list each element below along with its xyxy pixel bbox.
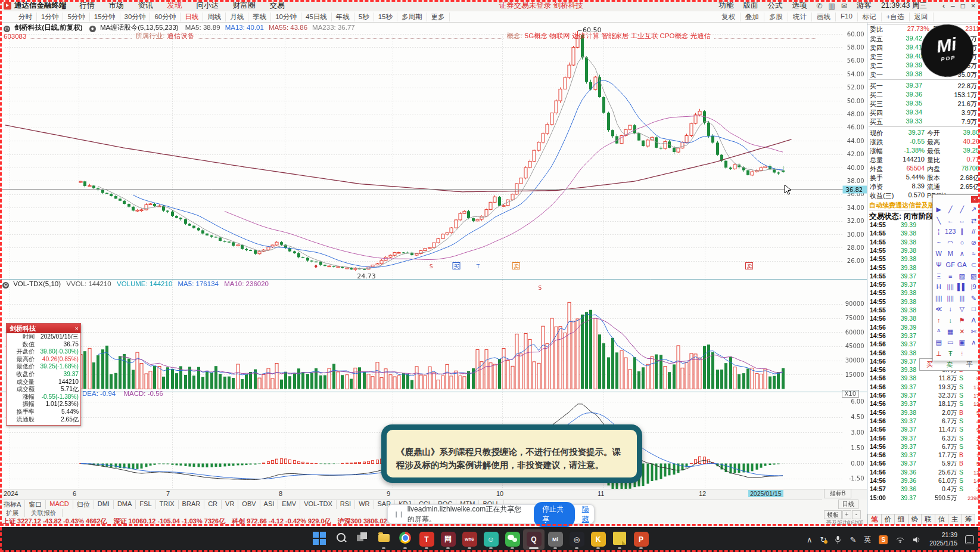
draw-tool[interactable]: // bbox=[968, 226, 980, 237]
taskbar-app-chrome[interactable] bbox=[394, 529, 416, 550]
titlebar-icon[interactable]: ✉ bbox=[841, 2, 847, 10]
draw-tool[interactable]: GF bbox=[945, 259, 957, 271]
kline-chart[interactable] bbox=[0, 22, 867, 490]
draw-tool[interactable]: ✕ bbox=[956, 326, 968, 337]
chart-tool-item[interactable]: 多股 bbox=[764, 13, 788, 21]
indicator-tab[interactable]: FSL bbox=[136, 500, 155, 509]
taskbar-app-netease[interactable]: 网 bbox=[437, 529, 459, 550]
period-item[interactable]: 10分钟 bbox=[271, 13, 301, 21]
industry-value[interactable]: 通信设备 bbox=[167, 32, 194, 41]
titlebar-menu-item[interactable]: 版面 bbox=[743, 1, 758, 11]
draw-tool[interactable]: ✄ bbox=[968, 326, 980, 337]
indicator-tab[interactable]: CR bbox=[204, 500, 222, 509]
taskbar-app-qq[interactable]: Q bbox=[523, 529, 545, 550]
taskbar-app-wh6[interactable]: wh6 bbox=[459, 529, 480, 550]
draw-tool[interactable]: ○ bbox=[956, 237, 968, 249]
indicator-name[interactable]: MA缠话股今(5,13,55,233) bbox=[100, 23, 179, 32]
quote-bottom-tab[interactable]: 联 bbox=[922, 514, 935, 525]
draw-tool[interactable]: ╲ bbox=[933, 215, 945, 227]
quote-bottom-tab[interactable]: 值 bbox=[935, 514, 949, 525]
chart-tool-item[interactable]: +自选 bbox=[882, 13, 910, 21]
quote-bottom-tab[interactable]: 价 bbox=[882, 514, 895, 525]
draw-tool[interactable]: ⊘ bbox=[968, 237, 980, 249]
indicator-tab[interactable]: TRIX bbox=[156, 500, 179, 509]
draw-tool[interactable]: W bbox=[933, 248, 945, 259]
draw-tool[interactable]: ↗ bbox=[968, 204, 980, 215]
period-item[interactable]: 日线 bbox=[181, 13, 203, 21]
draw-tool[interactable]: |9 bbox=[968, 281, 980, 293]
top-menu-item[interactable]: 资讯 bbox=[138, 1, 153, 11]
draw-tool[interactable]: ▭ bbox=[945, 337, 957, 348]
draw-tool[interactable]: ⁝ bbox=[956, 348, 968, 359]
indicator-tab[interactable]: VOL-TDX bbox=[300, 500, 337, 509]
draw-tool[interactable]: ≡ bbox=[945, 271, 957, 282]
chart-tool-item[interactable]: 叠加 bbox=[741, 13, 764, 21]
period-item[interactable]: 月线 bbox=[226, 13, 248, 21]
draw-tool[interactable]: ▦ bbox=[945, 326, 957, 337]
taskbar-app-mi-app[interactable]: Mi bbox=[545, 529, 566, 550]
vol-collapse-icon[interactable]: ⊖ bbox=[2, 282, 9, 289]
s-app-tray-icon[interactable]: S bbox=[879, 535, 888, 544]
draw-tool[interactable]: ╱ bbox=[945, 204, 957, 215]
taskbar-app-wechat[interactable] bbox=[502, 529, 523, 550]
quote-bottom-tab[interactable]: 主 bbox=[948, 514, 962, 525]
taskbar-app-tdx[interactable]: T bbox=[416, 529, 437, 550]
wifi-icon[interactable] bbox=[895, 536, 905, 543]
user-label[interactable]: 游客 bbox=[857, 1, 872, 11]
draw-tool[interactable]: ⊂ bbox=[968, 259, 980, 271]
period-item[interactable]: 周线 bbox=[203, 13, 226, 21]
indicator-tab[interactable]: OBV bbox=[238, 500, 260, 509]
titlebar-menu-item[interactable]: 公式 bbox=[767, 1, 782, 11]
volume-icon[interactable] bbox=[913, 536, 922, 544]
draw-tool[interactable]: 123 bbox=[945, 226, 957, 237]
titlebar-menu-item[interactable]: 选项 bbox=[792, 1, 807, 11]
period-item[interactable]: 5秒 bbox=[354, 13, 374, 21]
draw-tool[interactable]: ← bbox=[945, 215, 957, 227]
window-control-button[interactable]: □ bbox=[961, 2, 965, 10]
chart-tool-item[interactable]: 返回 bbox=[910, 13, 934, 21]
taskbar-app-doubao[interactable]: ☺ bbox=[480, 529, 502, 550]
draw-tool[interactable]: ≈ bbox=[968, 248, 980, 259]
draw-tool[interactable]: ▤ bbox=[933, 337, 945, 348]
draw-tool[interactable]: Ψ bbox=[933, 259, 945, 271]
chart-tool-item[interactable]: 统计 bbox=[788, 13, 812, 21]
draw-tool[interactable]: |||| bbox=[933, 293, 945, 304]
draw-tool[interactable]: |||| bbox=[945, 281, 957, 293]
period-item[interactable]: 60分钟 bbox=[150, 13, 181, 21]
draw-tool[interactable]: ▨ bbox=[956, 271, 968, 282]
period-item[interactable]: 15分钟 bbox=[90, 13, 120, 21]
period-item[interactable]: 年线 bbox=[332, 13, 354, 21]
expand-row-item[interactable]: 扩展 bbox=[0, 509, 25, 517]
draw-tool[interactable]: ⇄ bbox=[968, 215, 980, 227]
indicator-tab[interactable]: WR bbox=[355, 500, 374, 509]
top-menu-item[interactable]: 发现 bbox=[167, 1, 182, 11]
taskbar-app-task-view[interactable] bbox=[351, 529, 373, 550]
quote-bottom-tab[interactable]: 细 bbox=[895, 514, 909, 525]
indicator-tab[interactable]: EMV bbox=[278, 500, 300, 509]
period-item[interactable]: 15秒 bbox=[374, 13, 397, 21]
draw-tool[interactable]: ▣ bbox=[956, 337, 968, 348]
period-item[interactable]: 分时 bbox=[14, 13, 37, 21]
draw-tool[interactable]: ▧ bbox=[968, 271, 980, 282]
draw-tool[interactable]: ¦ bbox=[933, 226, 945, 237]
draw-tool[interactable]: ⚑ bbox=[956, 315, 968, 326]
taskbar-app-ppt[interactable]: P bbox=[630, 529, 652, 550]
draw-tool[interactable]: ||| bbox=[956, 293, 968, 304]
stock-code[interactable]: 603083 bbox=[4, 33, 26, 40]
quote-bottom-tab[interactable]: 笔 bbox=[867, 514, 882, 525]
top-menu-item[interactable]: 财富圈 bbox=[233, 1, 256, 11]
indicator-tab[interactable]: BRAR bbox=[179, 500, 205, 509]
chart-tool-item[interactable]: F10 bbox=[836, 13, 858, 21]
quote-bottom-tab[interactable]: 势 bbox=[909, 514, 922, 525]
chart-tool-item[interactable]: 画线 bbox=[812, 13, 836, 21]
draw-tool[interactable]: ↓ bbox=[945, 315, 957, 326]
draw-tool[interactable]: □ bbox=[968, 303, 980, 315]
window-control-button[interactable]: ‹ bbox=[942, 2, 945, 10]
sync-icon[interactable]: ↻ bbox=[820, 535, 826, 544]
draw-tool[interactable]: ╱ bbox=[956, 204, 968, 215]
pen-icon[interactable]: ✎ bbox=[850, 535, 856, 544]
chart-tool-item[interactable]: 复权 bbox=[717, 13, 741, 21]
indicator-tab[interactable]: MACD bbox=[46, 500, 73, 509]
draw-tool[interactable]: ᴬ bbox=[933, 326, 945, 337]
window-control-button[interactable]: – bbox=[951, 2, 955, 10]
